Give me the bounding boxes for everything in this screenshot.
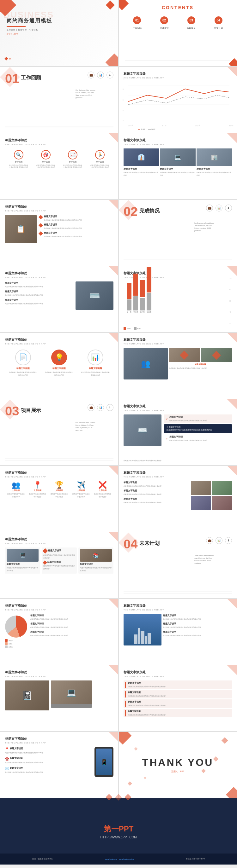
pie-text-3: 标题文字说明 此处添加文本内容此处添加文本内容此处添加文本内容 [30,630,113,637]
checklist-items: ✓ 标题文字说明 此处添加文本内容此处添加文本内容此处添加文本内容 ▶ 标题文字… [164,414,232,446]
cover-title: 简约商务通用模板 [7,18,52,24]
icon-label-4: 文字说明 [90,161,109,163]
footer-diamond-2 [115,794,122,801]
phone-icon-row-3: ✉️ 标题文字说明 [5,767,92,770]
footer-slide: 第一PPT HTTP://WWW.1PPT.COM 如需下载更多模板请访问 ww… [0,798,237,865]
slide-subheading-bar: THE TEMPLATE DESGICE FOR APP [124,276,232,278]
corner-deco-8 [227,333,237,342]
corner-deco-2 [109,133,118,143]
icons-row: 🔍 文字说明 此处添加文本内容此处添加文本内容此处添加文本内容 🎯 文字说明 此… [5,149,113,169]
slide-heading-phone: 标题文字添加处 [5,737,113,741]
slide-heading-fi: 标题文字添加处 [5,471,113,475]
doc-icon: 📄 [15,349,31,365]
laptop-image: ⌨️ [76,281,113,310]
card-1-image: 🖥️ [7,549,38,562]
deco-diamond [4,57,8,60]
phone-screen: 📱 [96,748,112,775]
icon-desc-1: 此处添加文本内容此处添加文本内容此处添加文本内容 [9,164,28,168]
footer-link-1[interactable]: www.1ppt.com [105,858,117,860]
slide-heading-lap: 标题文字添加处 [5,271,113,276]
slide-heading-3i: 标题文字添加处 [5,338,113,342]
footer-link-2[interactable]: www.1ppt.com/ppt [119,858,134,860]
collage-text-2: 标题文字说明 此处添加文本内容此处添加文本内容此处添加文本内容 [124,489,189,496]
pie-legend-2: 分类二 [5,642,27,645]
contents-label-1: 工作回顾 [126,27,148,30]
section-icons-03: 💼 📊 ⬇ [87,404,113,411]
notebook-slide: 标题文字添加处 THE TEMPLATE DESGICE FOR APP 📓 💻 [0,665,119,732]
pie-chart-slide: 标题文字添加处 THE TEMPLATE DESGICE FOR APP 分类一… [0,598,119,665]
buildings [134,628,151,644]
timeline-dot-3 [38,231,43,236]
slide-heading-col: 标题文字添加处 [124,471,232,475]
checklist-photo: ⌨️ [124,414,161,446]
timeline-item-2: 标题文字说明 此处添加文本内容此处添加文本内容此处添加文本内容 [39,223,113,230]
city-text: 标题文字说明 此处添加文本内容此处添加文本内容此处添加文本内容 标题文字说明 此… [163,614,232,646]
card-3: 📚 标题文字说明 此处添加文本内容此处添加文本内容此处添加文本内容 [78,548,113,574]
footer-url: HTTP://WWW.1PPT.COM [101,836,137,839]
corner-deco-12 [109,532,118,542]
contents-slide: CONTENTS 01 工作回顾 02 完成情况 03 项目展示 04 未来计划 [119,0,237,66]
photo-grid-2x2 [191,481,232,510]
ty-diamond-tr [221,737,228,744]
phone-slide: 标题文字添加处 THE TEMPLATE DESGICE FOR APP 📍 标… [0,732,119,798]
diamond-overlay-1 [180,350,189,359]
corner-deco-13 [109,599,118,608]
icon-desc-4: 此处添加文本内容此处添加文本内容此处添加文本内容 [90,164,109,168]
thankyou-slide: THANK YOU 汇报人：PPT [119,732,237,798]
timeline-item-3: 标题文字说明 此处添加文本内容此处添加文本内容此处添加文本内容 [39,231,113,238]
photo-grid-slide: 标题文字添加处 THE TEMPLATE DESGICE FOR APP 👔 💻… [119,133,237,199]
icon-briefcase-4: 💼 [206,537,213,544]
big-icon-3: 📊 标题文字副题 此处添加文本内容此处添加文本内容此处添加文本内容 [81,349,110,377]
icon-download-4: ⬇ [225,537,232,544]
ty-diamond-tl [119,732,131,744]
icon-item-4: 🏃 文字说明 此处添加文本内容此处添加文本内容此处添加文本内容 [90,150,109,168]
slide-heading-pg: 标题文字添加处 [124,138,232,143]
contents-num-4: 04 [215,17,222,24]
bar-group-4: 第四季 [147,267,151,313]
list-items: 标题文字说明 此处添加文本内容此处添加文本内容此处添加文本内容 标题文字说明 此… [124,680,232,717]
pie-text-1: 标题文字说明 此处添加文本内容此处添加文本内容此处添加文本内容 [30,614,113,621]
card-2-header: 标题文字说明 [43,549,75,553]
big-icon-1: 📄 标题文字副题 此处添加文本内容此处添加文本内容此处添加文本内容 [9,349,37,377]
cards-row: 🖥️ 标题文字说明 此处添加文本内容此处添加文本内容此处添加文本内容 标题文字说… [5,548,113,574]
person-icon: 🏃 [95,150,105,159]
section-title-02: 完成情况 [139,208,160,214]
card-2-sub: 标题文字说明 [43,561,75,564]
slide-subheading-cards: THE TEMPLATE DESGICE FOR APP [5,542,113,544]
footer-links: www.1ppt.com www.1ppt.com/ppt [105,858,134,860]
section-icons-02: 💼 📊 ⬇ [206,205,232,212]
big-icon-2: 💡 标题文字副题 此处添加文本内容此处添加文本内容此处添加文本内容 [45,349,73,377]
contents-num-2: 02 [160,17,168,24]
icon-label-1: 文字说明 [9,161,28,163]
mosaic-photo-sm-1 [169,348,200,362]
contents-num-3: 03 [187,17,195,24]
laptop-text: 标题文字说明 此处添加文本内容此处添加文本内容此处添加文本内容 标题文字说明 此… [5,281,73,310]
target-icon: 🎯 [41,150,51,159]
card-2-diamond [43,549,48,554]
section-04-slide: 04 未来计划 💼 📊 ⬇ Our Business office addres… [119,532,237,598]
slide-subheading-cl: THE TEMPLATE DESGICE FOR APP [124,409,232,411]
contents-items: 01 工作回顾 02 完成情况 03 项目展示 04 未来计划 [119,10,237,33]
slide-subheading-pg: THE TEMPLATE DESGICE FOR APP [124,144,232,145]
city-content: 标题文字说明 此处添加文本内容此处添加文本内容此处添加文本内容 标题文字说明 此… [124,614,232,646]
thankyou-text: THANK YOU [142,757,214,768]
list-bar-2 [125,691,126,698]
corner-deco-16 [227,665,237,675]
slide-subheading-3i: THE TEMPLATE DESGICE FOR APP [5,343,113,345]
timeline-content: 📋 标题文字说明 此处添加文本内容此处添加文本内容此处添加文本内容 标题文字说明… [5,215,113,243]
collage-photos [191,481,232,510]
laptop-slide: 标题文字添加处 THE TEMPLATE DESGICE FOR APP 标题文… [0,266,119,333]
five-icons-row: 👥 文字说明 添加文字添加文字添加文字添加文字 📍 文字说明 添加文字添加文字添… [5,481,113,498]
timeline-items: 标题文字说明 此处添加文本内容此处添加文本内容此处添加文本内容 标题文字说明 此… [39,215,113,243]
icon-label-3: 文字说明 [63,161,82,163]
section-desc-04: Our Business office address Line of Addr… [194,554,232,564]
phone-icon-row-2: ☎️ 标题文字说明 [5,757,92,761]
slide-heading-cards: 标题文字添加处 [5,537,113,541]
laptop-image-2: 💻 [51,680,92,710]
footer-right-text: 本模板下载于第一PPT [186,858,205,861]
three-icons-slide: 标题文字添加处 THE TEMPLATE DESGICE FOR APP 📄 标… [0,333,119,399]
mosaic-label: 标题文字副题 [169,363,232,366]
check-item-1: ✓ 标题文字说明 此处添加文本内容此处添加文本内容此处添加文本内容 [164,414,232,423]
slide-subheading-nb: THE TEMPLATE DESGICE FOR APP [5,675,113,677]
slide-heading-pm: 标题文字添加处 [124,338,232,342]
